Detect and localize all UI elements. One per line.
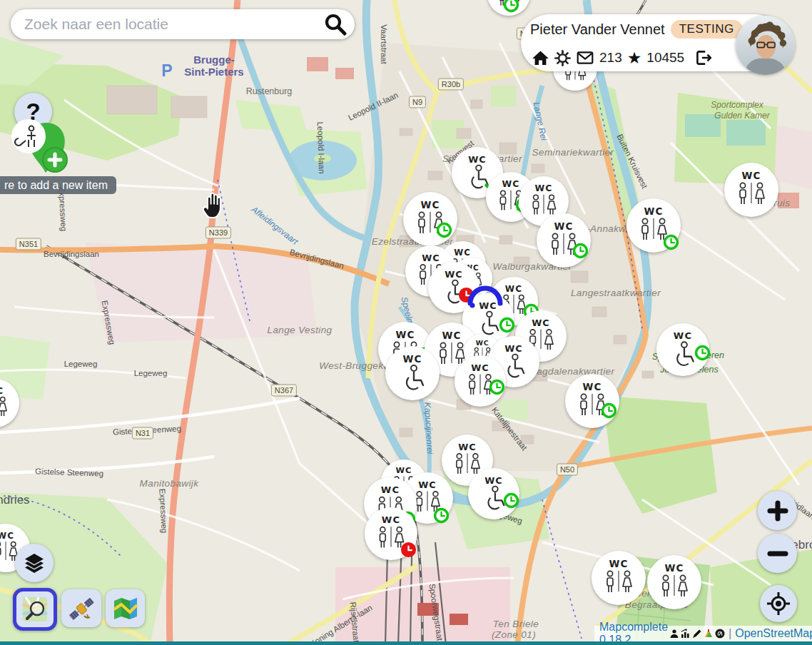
- opening-hours-badge-open[interactable]: [499, 317, 515, 333]
- svg-text:WC: WC: [0, 531, 14, 541]
- satellite-icon: [67, 594, 96, 623]
- search-input[interactable]: [11, 16, 323, 33]
- toilet-marker[interactable]: WC: [0, 379, 19, 427]
- gear-icon[interactable]: [554, 50, 571, 66]
- search-bar[interactable]: [11, 9, 355, 39]
- svg-text:WC: WC: [502, 178, 519, 189]
- toilet-marker-wheelchair[interactable]: WC: [385, 346, 440, 400]
- crosshair-icon: [766, 591, 791, 616]
- hand-cursor-icon: [199, 191, 223, 220]
- add-item-pin[interactable]: [10, 114, 76, 180]
- svg-text:WC: WC: [532, 318, 550, 328]
- svg-text:WC: WC: [458, 442, 477, 452]
- selected-location-arc[interactable]: [467, 279, 504, 316]
- svg-text:WC: WC: [484, 475, 503, 486]
- messages-icon[interactable]: [576, 49, 594, 67]
- map-markers-layer: WC WC WC WC WC WC WC WC WC WC WC: [0, 0, 812, 645]
- map-viewport[interactable]: Brugge-Sint-PietersRustenburgPVaartstraa…: [0, 0, 812, 645]
- folded-map-icon: [112, 595, 139, 622]
- svg-text:WC: WC: [382, 514, 400, 525]
- svg-text:WC: WC: [445, 269, 463, 280]
- svg-text:WC: WC: [418, 479, 437, 490]
- svg-text:WC: WC: [644, 205, 663, 217]
- statistics-icon[interactable]: [681, 629, 691, 639]
- background-osm-button[interactable]: [13, 588, 57, 631]
- plus-icon: [767, 500, 788, 522]
- svg-text:WC: WC: [609, 558, 628, 569]
- user-name: Pieter Vander Vennet: [530, 21, 665, 38]
- opening-hours-badge-open[interactable]: [503, 0, 519, 13]
- minus-icon: [767, 543, 788, 564]
- layers-button[interactable]: [15, 544, 54, 582]
- testing-badge: TESTING: [671, 20, 743, 39]
- svg-text:WC: WC: [554, 220, 573, 232]
- theme-icon[interactable]: [704, 629, 714, 639]
- toilet-marker[interactable]: WC: [647, 555, 701, 609]
- svg-text:WC: WC: [420, 199, 440, 210]
- svg-text:WC: WC: [381, 484, 400, 495]
- mastodon-icon[interactable]: [715, 629, 725, 639]
- svg-text:WC: WC: [468, 154, 487, 165]
- layers-icon: [23, 552, 46, 574]
- toilet-marker[interactable]: WC: [537, 213, 591, 268]
- opening-hours-badge-open[interactable]: [694, 345, 711, 361]
- zoom-out-button[interactable]: [758, 534, 797, 573]
- background-satellite-button[interactable]: [61, 589, 101, 627]
- svg-text:WC: WC: [741, 170, 761, 181]
- background-map-button[interactable]: [106, 589, 145, 627]
- opening-hours-badge-open[interactable]: [572, 243, 589, 259]
- toilet-marker[interactable]: WC: [592, 551, 646, 605]
- edit-icon[interactable]: [692, 629, 702, 639]
- toilet-marker[interactable]: WC: [403, 192, 457, 246]
- user-avatar[interactable]: [736, 16, 795, 75]
- opening-hours-badge-open[interactable]: [436, 222, 452, 238]
- svg-text:WC: WC: [664, 562, 684, 574]
- opening-hours-badge-closed[interactable]: [400, 542, 417, 558]
- svg-text:WC: WC: [674, 330, 692, 341]
- attribution-separator: |: [729, 627, 731, 640]
- opening-hours-badge-open[interactable]: [503, 492, 519, 509]
- logout-icon[interactable]: [694, 49, 712, 67]
- svg-text:WC: WC: [582, 381, 602, 392]
- svg-text:WC: WC: [0, 386, 4, 396]
- home-icon[interactable]: [532, 49, 549, 67]
- star-icon: ★: [627, 50, 642, 66]
- zoom-in-button[interactable]: [758, 491, 797, 530]
- svg-text:WC: WC: [395, 329, 415, 340]
- svg-text:WC: WC: [442, 330, 461, 341]
- search-icon[interactable]: [323, 12, 347, 36]
- osm-attribution-link[interactable]: OpenStreetMap: [735, 627, 812, 640]
- changesets-count: 10455: [646, 50, 684, 66]
- bottom-theme-bar: [0, 641, 812, 645]
- geolocate-button[interactable]: [760, 585, 797, 622]
- attribution-bar: Mapcomplete 0.18.2 | OpenStreetMap: [594, 626, 812, 641]
- add-item-tooltip: re to add a new item: [0, 176, 116, 194]
- toilet-marker[interactable]: WC: [565, 374, 619, 428]
- opening-hours-badge-open[interactable]: [601, 402, 617, 419]
- svg-text:WC: WC: [402, 353, 422, 365]
- svg-text:WC: WC: [534, 183, 552, 193]
- contributors-icon[interactable]: [669, 629, 679, 639]
- svg-text:WC: WC: [504, 343, 523, 354]
- messages-count: 213: [599, 50, 622, 66]
- osm-map-icon: [21, 596, 49, 623]
- svg-text:WC: WC: [505, 284, 522, 294]
- opening-hours-badge-open[interactable]: [489, 379, 505, 395]
- opening-hours-badge-open[interactable]: [663, 234, 679, 250]
- svg-text:WC: WC: [471, 362, 489, 373]
- svg-text:WC: WC: [476, 339, 489, 347]
- toilet-marker[interactable]: WC: [724, 163, 778, 217]
- opening-hours-badge-open[interactable]: [433, 507, 450, 524]
